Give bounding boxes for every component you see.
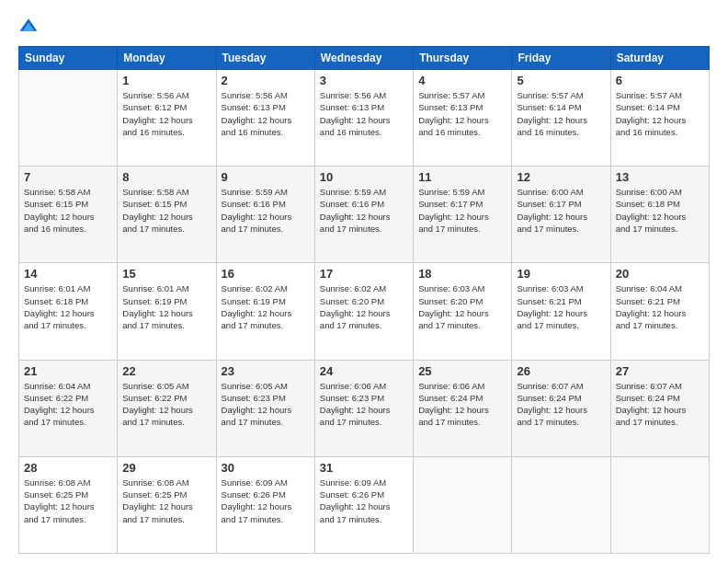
calendar-cell: 13Sunrise: 6:00 AM Sunset: 6:18 PM Dayli… <box>610 167 709 263</box>
day-info: Sunrise: 5:59 AM Sunset: 6:17 PM Dayligh… <box>418 186 506 235</box>
day-info: Sunrise: 5:57 AM Sunset: 6:13 PM Dayligh… <box>418 89 506 138</box>
day-number: 25 <box>418 364 506 378</box>
calendar-cell: 10Sunrise: 5:59 AM Sunset: 6:16 PM Dayli… <box>314 167 413 263</box>
calendar-cell: 24Sunrise: 6:06 AM Sunset: 6:23 PM Dayli… <box>314 360 413 456</box>
day-info: Sunrise: 6:07 AM Sunset: 6:24 PM Dayligh… <box>616 380 704 429</box>
day-info: Sunrise: 6:06 AM Sunset: 6:23 PM Dayligh… <box>320 380 408 429</box>
day-number: 27 <box>616 364 704 378</box>
day-info: Sunrise: 6:06 AM Sunset: 6:24 PM Dayligh… <box>418 380 506 429</box>
day-number: 18 <box>418 267 506 281</box>
calendar-cell: 17Sunrise: 6:02 AM Sunset: 6:20 PM Dayli… <box>314 263 413 360</box>
day-number: 6 <box>616 74 704 87</box>
calendar-cell: 30Sunrise: 6:09 AM Sunset: 6:26 PM Dayli… <box>216 456 314 553</box>
day-info: Sunrise: 6:04 AM Sunset: 6:21 PM Dayligh… <box>616 282 704 331</box>
day-number: 20 <box>616 267 704 281</box>
calendar-table: SundayMondayTuesdayWednesdayThursdayFrid… <box>18 46 710 554</box>
day-number: 16 <box>222 267 310 281</box>
weekday-header: Tuesday <box>216 47 314 70</box>
calendar-cell: 3Sunrise: 5:56 AM Sunset: 6:13 PM Daylig… <box>314 70 413 167</box>
day-info: Sunrise: 5:59 AM Sunset: 6:16 PM Dayligh… <box>320 186 408 235</box>
calendar-cell: 11Sunrise: 5:59 AM Sunset: 6:17 PM Dayli… <box>414 167 512 263</box>
day-info: Sunrise: 6:00 AM Sunset: 6:17 PM Dayligh… <box>517 186 605 235</box>
calendar-cell: 27Sunrise: 6:07 AM Sunset: 6:24 PM Dayli… <box>610 360 709 456</box>
day-number: 2 <box>222 74 310 87</box>
day-info: Sunrise: 5:58 AM Sunset: 6:15 PM Dayligh… <box>24 186 112 235</box>
day-number: 31 <box>320 461 408 475</box>
day-number: 1 <box>122 74 210 87</box>
day-info: Sunrise: 6:01 AM Sunset: 6:19 PM Dayligh… <box>122 282 210 331</box>
day-info: Sunrise: 6:05 AM Sunset: 6:22 PM Dayligh… <box>122 380 210 429</box>
calendar-cell: 14Sunrise: 6:01 AM Sunset: 6:18 PM Dayli… <box>19 263 118 360</box>
day-number: 19 <box>517 267 605 281</box>
day-info: Sunrise: 5:56 AM Sunset: 6:13 PM Dayligh… <box>222 89 310 138</box>
day-number: 26 <box>517 364 605 378</box>
calendar-cell: 7Sunrise: 5:58 AM Sunset: 6:15 PM Daylig… <box>19 167 118 263</box>
calendar-cell: 18Sunrise: 6:03 AM Sunset: 6:20 PM Dayli… <box>414 263 512 360</box>
calendar-cell: 1Sunrise: 5:56 AM Sunset: 6:12 PM Daylig… <box>118 70 216 167</box>
calendar-cell: 15Sunrise: 6:01 AM Sunset: 6:19 PM Dayli… <box>118 263 216 360</box>
calendar-cell: 29Sunrise: 6:08 AM Sunset: 6:25 PM Dayli… <box>118 456 216 553</box>
day-number: 22 <box>122 364 210 378</box>
calendar-cell: 19Sunrise: 6:03 AM Sunset: 6:21 PM Dayli… <box>512 263 610 360</box>
day-number: 15 <box>122 267 210 281</box>
day-number: 3 <box>320 74 408 87</box>
day-info: Sunrise: 6:09 AM Sunset: 6:26 PM Dayligh… <box>320 477 408 525</box>
day-info: Sunrise: 5:57 AM Sunset: 6:14 PM Dayligh… <box>616 89 704 138</box>
calendar-cell <box>414 456 512 553</box>
day-info: Sunrise: 5:56 AM Sunset: 6:13 PM Dayligh… <box>320 89 408 138</box>
day-number: 21 <box>24 364 112 378</box>
day-info: Sunrise: 6:01 AM Sunset: 6:18 PM Dayligh… <box>24 282 112 331</box>
day-number: 13 <box>616 170 704 184</box>
calendar-cell: 12Sunrise: 6:00 AM Sunset: 6:17 PM Dayli… <box>512 167 610 263</box>
weekday-header: Sunday <box>19 47 118 70</box>
calendar-cell: 2Sunrise: 5:56 AM Sunset: 6:13 PM Daylig… <box>216 70 314 167</box>
day-number: 9 <box>222 170 310 184</box>
day-number: 12 <box>517 170 605 184</box>
calendar-cell <box>512 456 610 553</box>
day-info: Sunrise: 5:58 AM Sunset: 6:15 PM Dayligh… <box>122 186 210 235</box>
calendar-cell: 4Sunrise: 5:57 AM Sunset: 6:13 PM Daylig… <box>414 70 512 167</box>
header <box>18 17 710 37</box>
day-number: 8 <box>122 170 210 184</box>
day-info: Sunrise: 6:08 AM Sunset: 6:25 PM Dayligh… <box>24 477 112 525</box>
weekday-header: Friday <box>512 47 610 70</box>
page: SundayMondayTuesdayWednesdayThursdayFrid… <box>0 0 728 563</box>
day-info: Sunrise: 6:04 AM Sunset: 6:22 PM Dayligh… <box>24 380 112 429</box>
day-number: 28 <box>24 461 112 475</box>
day-number: 14 <box>24 267 112 281</box>
calendar-cell <box>19 70 118 167</box>
calendar-cell: 31Sunrise: 6:09 AM Sunset: 6:26 PM Dayli… <box>314 456 413 553</box>
weekday-header: Monday <box>118 47 216 70</box>
day-number: 7 <box>24 170 112 184</box>
calendar-cell: 26Sunrise: 6:07 AM Sunset: 6:24 PM Dayli… <box>512 360 610 456</box>
day-info: Sunrise: 5:59 AM Sunset: 6:16 PM Dayligh… <box>222 186 310 235</box>
day-number: 30 <box>222 461 310 475</box>
calendar-cell: 23Sunrise: 6:05 AM Sunset: 6:23 PM Dayli… <box>216 360 314 456</box>
day-info: Sunrise: 6:05 AM Sunset: 6:23 PM Dayligh… <box>222 380 310 429</box>
day-info: Sunrise: 6:07 AM Sunset: 6:24 PM Dayligh… <box>517 380 605 429</box>
day-number: 11 <box>418 170 506 184</box>
weekday-header: Saturday <box>610 47 709 70</box>
day-info: Sunrise: 5:57 AM Sunset: 6:14 PM Dayligh… <box>517 89 605 138</box>
day-number: 4 <box>418 74 506 87</box>
day-info: Sunrise: 6:00 AM Sunset: 6:18 PM Dayligh… <box>616 186 704 235</box>
day-info: Sunrise: 6:03 AM Sunset: 6:20 PM Dayligh… <box>418 282 506 331</box>
logo <box>18 17 42 37</box>
weekday-header: Wednesday <box>314 47 413 70</box>
day-number: 24 <box>320 364 408 378</box>
day-info: Sunrise: 6:02 AM Sunset: 6:19 PM Dayligh… <box>222 282 310 331</box>
calendar-cell: 22Sunrise: 6:05 AM Sunset: 6:22 PM Dayli… <box>118 360 216 456</box>
day-number: 23 <box>222 364 310 378</box>
calendar-cell: 25Sunrise: 6:06 AM Sunset: 6:24 PM Dayli… <box>414 360 512 456</box>
day-info: Sunrise: 6:03 AM Sunset: 6:21 PM Dayligh… <box>517 282 605 331</box>
logo-icon <box>18 17 39 37</box>
calendar-cell: 6Sunrise: 5:57 AM Sunset: 6:14 PM Daylig… <box>610 70 709 167</box>
calendar-cell: 9Sunrise: 5:59 AM Sunset: 6:16 PM Daylig… <box>216 167 314 263</box>
calendar-cell: 28Sunrise: 6:08 AM Sunset: 6:25 PM Dayli… <box>19 456 118 553</box>
calendar-cell: 16Sunrise: 6:02 AM Sunset: 6:19 PM Dayli… <box>216 263 314 360</box>
day-info: Sunrise: 6:09 AM Sunset: 6:26 PM Dayligh… <box>222 477 310 525</box>
day-number: 10 <box>320 170 408 184</box>
weekday-header: Thursday <box>414 47 512 70</box>
calendar-cell: 20Sunrise: 6:04 AM Sunset: 6:21 PM Dayli… <box>610 263 709 360</box>
day-number: 29 <box>122 461 210 475</box>
